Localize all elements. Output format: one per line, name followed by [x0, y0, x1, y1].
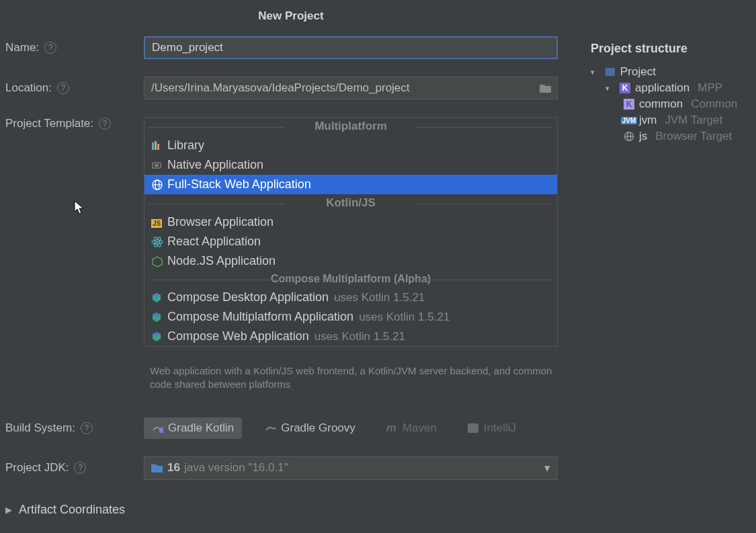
chevron-right-icon: ▶: [5, 505, 12, 515]
build-system-label: Build System: ?: [5, 421, 144, 435]
node-icon: [151, 255, 167, 268]
template-list[interactable]: Multiplatform Library Native Application: [144, 117, 558, 347]
template-item-fullstack[interactable]: Full-Stack Web Application: [144, 175, 557, 194]
gradle-groovy-icon: [265, 423, 277, 433]
jdk-label: Project JDK: ?: [5, 461, 144, 475]
build-maven: m Maven: [378, 417, 445, 439]
template-item-compose-desktop[interactable]: Compose Desktop Application uses Kotlin …: [144, 288, 557, 307]
template-group-header: Compose Multiplatform (Alpha): [144, 271, 557, 288]
help-icon[interactable]: ?: [44, 42, 56, 54]
compose-icon: [151, 331, 167, 342]
help-icon[interactable]: ?: [57, 82, 69, 94]
tree-node-js[interactable]: js Browser Target: [623, 130, 756, 143]
location-value: /Users/Irina.Maryasova/IdeaProjects/Demo…: [151, 77, 540, 99]
svg-rect-0: [152, 142, 154, 150]
folder-icon: [151, 463, 163, 473]
project-structure-panel: Project structure ▾ Project ▾ K applicat…: [577, 0, 756, 533]
template-item-compose-mpp[interactable]: Compose Multiplatform Application uses K…: [144, 307, 557, 327]
tree-node-jvm[interactable]: JVM jvm JVM Target: [623, 114, 756, 127]
build-gradle-kotlin[interactable]: Gradle Kotlin: [144, 417, 242, 439]
template-item-react[interactable]: React Application: [144, 232, 557, 251]
folder-icon[interactable]: [540, 83, 552, 93]
intellij-icon: [468, 423, 480, 433]
compose-icon: [151, 312, 167, 323]
location-label: Location: ?: [5, 81, 144, 95]
name-label: Name: ?: [5, 41, 144, 54]
artifact-coordinates-expander[interactable]: ▶ Artifact Coordinates: [5, 503, 577, 517]
template-group-header: Multiplatform: [144, 118, 557, 136]
project-icon: [604, 66, 616, 78]
template-item-node[interactable]: Node.JS Application: [144, 251, 557, 271]
tree-node-project[interactable]: ▾ Project: [591, 65, 756, 79]
help-icon[interactable]: ?: [99, 118, 111, 130]
help-icon[interactable]: ?: [74, 462, 86, 474]
library-icon: [151, 140, 167, 151]
js-icon: JS: [151, 215, 167, 229]
jdk-select[interactable]: 16 java version "16.0.1" ▾: [144, 456, 558, 480]
build-intellij: IntelliJ: [460, 417, 524, 439]
chevron-down-icon: ▾: [544, 461, 550, 475]
kotlin-icon: K: [619, 82, 631, 94]
svg-marker-12: [153, 257, 162, 267]
template-group-header: Kotlin/JS: [144, 194, 557, 212]
build-gradle-groovy[interactable]: Gradle Groovy: [257, 417, 364, 439]
template-description: Web application with a Kotlin/JS web fro…: [150, 364, 558, 392]
gradle-kotlin-icon: [152, 423, 164, 433]
kotlin-light-icon: K: [623, 98, 635, 110]
native-icon: [151, 160, 167, 171]
chevron-down-icon: ▾: [591, 68, 600, 77]
help-icon[interactable]: ?: [81, 422, 93, 434]
globe-icon: [623, 130, 635, 142]
svg-rect-19: [159, 429, 163, 433]
template-item-native[interactable]: Native Application: [144, 155, 557, 175]
svg-rect-2: [157, 144, 159, 150]
svg-rect-4: [155, 164, 159, 167]
project-structure-title: Project structure: [591, 42, 756, 56]
maven-icon: m: [386, 421, 398, 435]
svg-point-11: [157, 241, 159, 243]
tree-node-application[interactable]: ▾ K application MPP: [605, 81, 756, 95]
svg-rect-1: [155, 141, 157, 150]
compose-icon: [151, 292, 167, 303]
template-item-browser[interactable]: JS Browser Application: [144, 212, 557, 232]
template-label: Project Template: ?: [5, 117, 144, 130]
template-item-compose-web[interactable]: Compose Web Application uses Kotlin 1.5.…: [144, 327, 557, 346]
tree-node-common[interactable]: K common Common: [623, 97, 756, 111]
chevron-down-icon: ▾: [605, 84, 615, 93]
location-field[interactable]: /Users/Irina.Maryasova/IdeaProjects/Demo…: [144, 77, 558, 99]
react-icon: [151, 236, 167, 248]
dialog-title: New Project: [5, 9, 577, 23]
jvm-icon: JVM: [623, 114, 635, 126]
svg-rect-20: [468, 423, 478, 433]
name-input[interactable]: [144, 36, 558, 59]
globe-icon: [151, 179, 167, 191]
template-item-library[interactable]: Library: [144, 136, 557, 155]
